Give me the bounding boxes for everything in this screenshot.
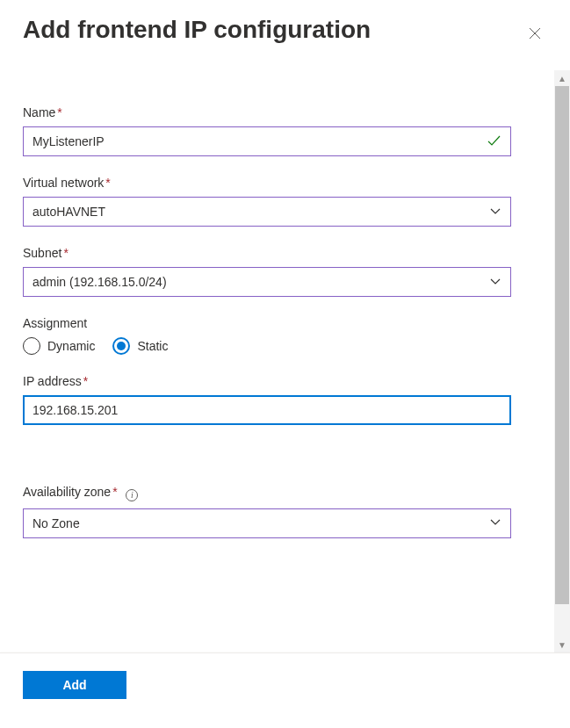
close-button[interactable] [523, 21, 547, 46]
required-marker: * [63, 246, 68, 260]
scroll-up-arrow-icon[interactable]: ▲ [554, 70, 570, 86]
radio-icon [23, 337, 40, 355]
page-title: Add frontend IP configuration [23, 16, 371, 44]
availability-zone-select[interactable]: No Zone [23, 508, 511, 538]
info-icon[interactable]: i [126, 489, 138, 501]
required-marker: * [57, 105, 61, 119]
required-marker: * [112, 485, 117, 499]
radio-label: Static [137, 339, 168, 353]
checkmark-icon [486, 133, 501, 151]
name-input-value: MyListenerIP [32, 134, 486, 148]
assignment-radio-group: Dynamic Static [23, 337, 511, 355]
vnet-label: Virtual network* [23, 176, 511, 190]
required-marker: * [105, 176, 110, 190]
ip-address-input-value: 192.168.15.201 [32, 403, 501, 417]
radio-icon [112, 337, 130, 355]
scrollbar-track[interactable]: ▲ ▼ [554, 70, 570, 652]
assignment-radio-static[interactable]: Static [112, 337, 168, 355]
chevron-down-icon [489, 515, 501, 530]
availability-zone-select-value: No Zone [32, 516, 489, 530]
ip-address-input[interactable]: 192.168.15.201 [23, 395, 511, 425]
scrollbar-thumb[interactable] [555, 86, 569, 604]
vnet-select-value: autoHAVNET [32, 205, 489, 219]
close-icon [528, 26, 542, 40]
assignment-radio-dynamic[interactable]: Dynamic [23, 337, 95, 355]
scroll-down-arrow-icon[interactable]: ▼ [554, 637, 570, 652]
availability-zone-label: Availability zone* i [23, 485, 511, 501]
chevron-down-icon [489, 275, 501, 290]
ip-label: IP address* [23, 374, 511, 388]
add-button[interactable]: Add [23, 671, 126, 699]
subnet-select-value: admin (192.168.15.0/24) [32, 275, 489, 289]
subnet-label: Subnet* [23, 246, 511, 260]
required-marker: * [83, 374, 88, 388]
name-input[interactable]: MyListenerIP [23, 126, 511, 156]
vnet-select[interactable]: autoHAVNET [23, 197, 511, 227]
footer: Add [0, 652, 570, 728]
name-label: Name* [23, 105, 511, 119]
radio-label: Dynamic [47, 339, 95, 353]
form-scroll-area: Name* MyListenerIP Virtual network* auto… [0, 70, 570, 652]
subnet-select[interactable]: admin (192.168.15.0/24) [23, 267, 511, 297]
assignment-label: Assignment [23, 316, 511, 330]
chevron-down-icon [489, 205, 501, 220]
